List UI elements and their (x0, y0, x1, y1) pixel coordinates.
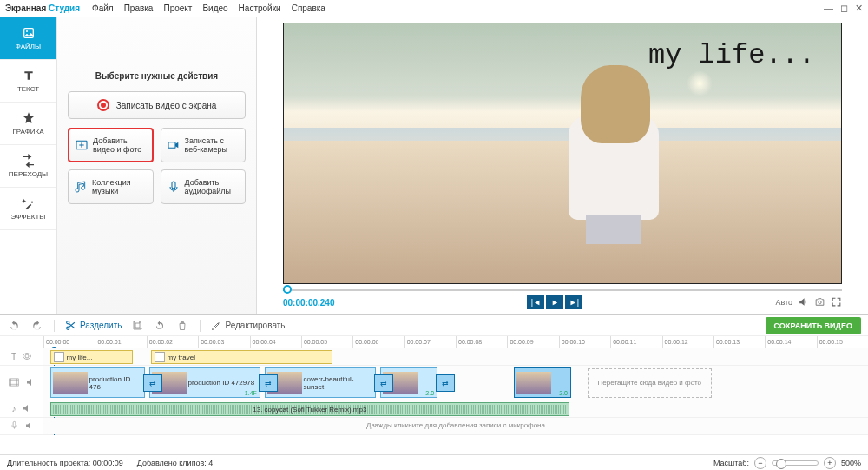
visibility-icon[interactable] (22, 351, 32, 363)
zoom-label: Масштаб: (713, 459, 749, 467)
snapshot-icon[interactable] (814, 296, 825, 309)
mic-track-icon (10, 420, 19, 432)
prev-frame-button[interactable]: |◄ (527, 295, 544, 309)
menu-settings[interactable]: Настройки (239, 3, 281, 13)
zoom-slider[interactable] (772, 460, 819, 466)
text-clip[interactable]: my life... (50, 350, 133, 364)
add-media-button[interactable]: Добавить видео и фото (68, 128, 154, 162)
svg-rect-4 (172, 182, 175, 189)
audio-track-icon: ♪ (12, 404, 16, 414)
video-track: production ID 476production ID 4729781.4… (0, 366, 868, 400)
text-track: T my life...my travel (0, 348, 868, 366)
video-clip[interactable]: production ID 476 (50, 367, 145, 398)
fullscreen-icon[interactable] (831, 296, 842, 309)
video-clip[interactable]: coverr-beautiful-sunset (265, 367, 376, 398)
add-audio-button[interactable]: Добавить аудиофайлы (161, 169, 247, 204)
save-video-button[interactable]: СОХРАНИТЬ ВИДЕО (766, 317, 861, 334)
timeline-ruler[interactable]: 00:00:0000:00:0100:00:0200:00:0300:00:04… (0, 336, 868, 348)
redo-button[interactable] (30, 319, 43, 333)
menu-file[interactable]: Файл (92, 3, 114, 13)
preview-time: 00:00:00.240 (283, 298, 335, 308)
clips-label: Добавлено клипов: 4 (137, 459, 213, 467)
edit-button[interactable]: Редактировать (211, 321, 285, 331)
tab-effects[interactable]: ЭФФЕКТЫ (0, 188, 56, 230)
menu-edit[interactable]: Правка (124, 3, 154, 13)
undo-button[interactable] (7, 319, 21, 333)
zoom-in-button[interactable]: + (824, 457, 836, 469)
drop-zone[interactable]: Перетащите сюда видео и фото (588, 368, 712, 398)
tab-transitions[interactable]: ПЕРЕХОДЫ (0, 145, 56, 188)
delete-button[interactable] (175, 319, 189, 333)
actions-panel: Выберите нужные действия Записать видео … (57, 17, 257, 314)
panel-title: Выберите нужные действия (68, 71, 246, 81)
transition-marker[interactable]: ⇄ (374, 374, 393, 392)
transition-marker[interactable]: ⇄ (259, 374, 278, 392)
menu-project[interactable]: Проект (163, 3, 192, 13)
close-icon[interactable]: ✕ (855, 3, 863, 14)
split-button[interactable]: Разделить (65, 320, 122, 331)
title-bar: Экранная Студия Файл Правка Проект Видео… (0, 0, 868, 17)
main-menu: Файл Правка Проект Видео Настройки Справ… (92, 3, 326, 13)
record-screen-button[interactable]: Записать видео с экрана (68, 91, 246, 119)
mute-icon[interactable] (22, 403, 32, 415)
audio-clip[interactable]: 13. copycat (Sofi Tukker Remix).mp3 (50, 402, 570, 416)
svg-point-1 (26, 30, 28, 32)
record-icon (97, 99, 109, 111)
video-track-icon (8, 376, 20, 390)
mic-hint[interactable]: Дважды кликните для добавления записи с … (43, 418, 868, 429)
timeline-toolbar: Разделить Редактировать СОХРАНИТЬ ВИДЕО (0, 315, 868, 336)
duration-label: Длительность проекта: 00:00:09 (7, 459, 123, 467)
svg-rect-3 (168, 142, 175, 149)
tracks: T my life...my travel production ID 476p… (0, 348, 868, 435)
transition-marker[interactable]: ⇄ (436, 374, 455, 392)
zoom-value: 500% (841, 459, 861, 467)
maximize-icon[interactable]: ◻ (840, 3, 848, 14)
text-track-icon: T (11, 352, 16, 361)
video-clip[interactable]: 2.0 (514, 367, 572, 398)
menu-video[interactable]: Видео (202, 3, 227, 13)
video-clip[interactable]: production ID 4729781.4F (149, 367, 260, 398)
crop-button[interactable] (130, 319, 144, 333)
timeline: Разделить Редактировать СОХРАНИТЬ ВИДЕО … (0, 314, 868, 435)
menu-help[interactable]: Справка (292, 3, 326, 13)
preview-scrubber[interactable] (283, 288, 842, 293)
svg-point-5 (819, 301, 821, 303)
side-tabs: ФАЙЛЫ ТЕКСТ ГРАФИКА ПЕРЕХОДЫ ЭФФЕКТЫ (0, 17, 57, 314)
tab-text[interactable]: ТЕКСТ (0, 60, 56, 103)
mic-track: Дважды кликните для добавления записи с … (0, 418, 868, 435)
mute-icon[interactable] (24, 420, 35, 433)
preview-text-overlay: my life... (648, 39, 815, 71)
preview-canvas[interactable]: my life... (283, 23, 842, 284)
transition-marker[interactable]: ⇄ (143, 374, 162, 392)
volume-icon[interactable] (798, 296, 809, 309)
text-clip[interactable]: my travel (151, 350, 332, 364)
mute-icon[interactable] (25, 377, 36, 389)
app-name: Экранная Студия (5, 3, 80, 13)
tab-graphics[interactable]: ГРАФИКА (0, 103, 56, 145)
preview-area: my life... 00:00:00.240 |◄ ► ►| Авто (257, 17, 868, 314)
play-button[interactable]: ► (546, 295, 563, 309)
next-frame-button[interactable]: ►| (565, 295, 582, 309)
svg-rect-9 (13, 421, 16, 427)
music-collection-button[interactable]: Коллекция музыки (68, 169, 154, 204)
status-bar: Длительность проекта: 00:00:09 Добавлено… (0, 454, 868, 470)
record-webcam-button[interactable]: Записать с веб-камеры (161, 128, 247, 162)
minimize-icon[interactable]: — (824, 3, 833, 14)
auto-label[interactable]: Авто (775, 298, 792, 307)
zoom-out-button[interactable]: − (754, 457, 766, 469)
rotate-button[interactable] (153, 319, 167, 333)
audio-track: ♪ 13. copycat (Sofi Tukker Remix).mp3 (0, 400, 868, 418)
tab-files[interactable]: ФАЙЛЫ (0, 17, 56, 60)
